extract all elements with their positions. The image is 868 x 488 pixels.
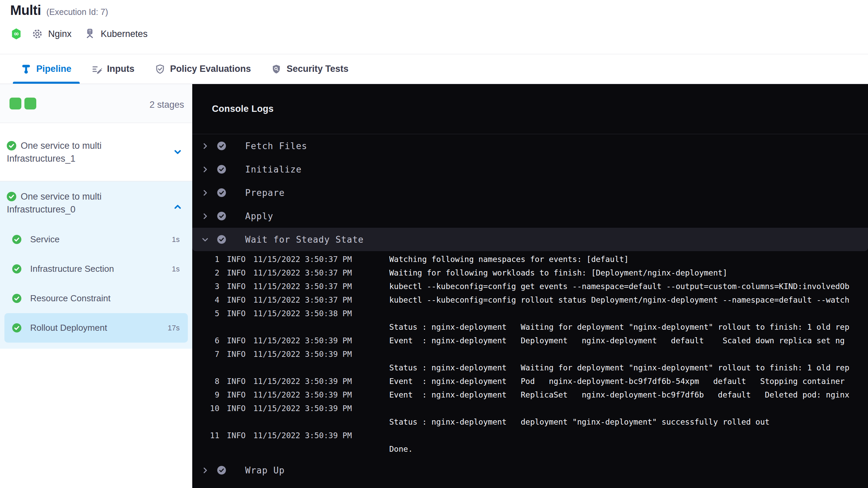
console-step-name: Fetch Files [245, 141, 307, 151]
log-line-number: 1 [192, 255, 219, 264]
log-line: 1INFO11/15/2022 3:50:37 PMWatching follo… [192, 252, 868, 266]
stage-name: One service to multi Infrastructures_0 [7, 190, 166, 216]
stage-row[interactable]: One service to multi Infrastructures_1 [0, 123, 192, 181]
console-header: Console Logs [192, 84, 868, 134]
step-name: Service [30, 234, 60, 245]
stage-list: One service to multi Infrastructures_1On… [0, 123, 192, 349]
console-step-initialize[interactable]: Initialize [192, 158, 868, 181]
chevron-down-icon[interactable] [173, 148, 182, 157]
pipeline-icon [21, 64, 31, 74]
log-message: kubectl --kubeconfig=config get events -… [389, 282, 868, 291]
log-timestamp: 11/15/2022 3:50:39 PM [253, 404, 389, 413]
tab-policy-evaluations[interactable]: Policy Evaluations [147, 54, 259, 84]
success-check-icon [12, 323, 21, 332]
chevron-right-icon[interactable] [201, 142, 209, 150]
console-step-wrap-up[interactable]: Wrap Up [192, 459, 868, 482]
success-check-icon [12, 235, 21, 244]
log-level: INFO [227, 404, 247, 413]
success-check-icon [7, 141, 16, 150]
log-timestamp: 11/15/2022 3:50:37 PM [253, 282, 389, 291]
success-check-badge-icon [217, 165, 226, 174]
chevron-up-icon[interactable] [173, 202, 182, 211]
log-message: Status : nginx-deployment deployment "ng… [389, 418, 868, 426]
log-line: 6INFO11/15/2022 3:50:39 PMEvent : nginx-… [192, 334, 868, 347]
log-timestamp: 11/15/2022 3:50:39 PM [253, 377, 389, 386]
stages-summary-strip: 2 stages [0, 84, 192, 123]
log-line-number: 9 [192, 390, 219, 399]
app: Multi (Execution Id: 7) ∞ Nginx Kubernet… [0, 0, 868, 488]
step-duration: 1s [172, 235, 180, 244]
log-level: INFO [227, 309, 247, 318]
pipeline-step-service[interactable]: Service1s [4, 225, 188, 254]
chevron-right-icon[interactable] [201, 165, 209, 174]
stage-row[interactable]: One service to multi Infrastructures_0 [0, 181, 192, 225]
success-check-badge-icon [217, 211, 226, 221]
log-line: 3INFO11/15/2022 3:50:37 PMkubectl --kube… [192, 280, 868, 293]
chevron-right-icon[interactable] [201, 466, 209, 474]
success-check-badge-icon [217, 466, 226, 475]
step-duration: 17s [168, 324, 180, 332]
gear-icon [31, 28, 43, 40]
tab-security-tests[interactable]: Security Tests [263, 54, 357, 84]
console-step-apply[interactable]: Apply [192, 204, 868, 228]
pipeline-step-rollout-deployment[interactable]: Rollout Deployment17s [4, 313, 188, 343]
tab-inputs[interactable]: Inputs [84, 54, 143, 84]
step-duration: 1s [172, 265, 180, 273]
log-level: INFO [227, 282, 247, 291]
log-line-number: 3 [192, 282, 219, 291]
log-level: INFO [227, 350, 247, 359]
log-level: INFO [227, 377, 247, 386]
console-step-wait-for-steady-state[interactable]: Wait for Steady State [192, 228, 868, 251]
log-line-number: 5 [192, 309, 219, 318]
step-name: Infrastructure Section [30, 264, 114, 274]
title-row: Multi (Execution Id: 7) [10, 3, 108, 18]
log-timestamp: 11/15/2022 3:50:39 PM [253, 431, 389, 440]
log-level: INFO [227, 390, 247, 399]
log-line: 5INFO11/15/2022 3:50:38 PM [192, 307, 868, 320]
step-name: Resource Constraint [30, 293, 111, 304]
log-line: Done. [192, 442, 868, 456]
environment-name[interactable]: Kubernetes [101, 29, 147, 39]
tab-label: Inputs [107, 64, 135, 74]
console-step-prepare[interactable]: Prepare [192, 181, 868, 204]
policy-shield-check-icon [155, 64, 165, 74]
console-step-name: Prepare [245, 188, 285, 198]
success-check-icon [7, 192, 16, 201]
log-timestamp: 11/15/2022 3:50:37 PM [253, 255, 389, 264]
log-message: Event : nginx-deployment ReplicaSet ngin… [389, 390, 868, 399]
stage-status-square [24, 98, 36, 109]
log-line-number: 2 [192, 268, 219, 277]
log-message: Status : nginx-deployment Waiting for de… [389, 323, 868, 331]
log-message: Watching following namespaces for events… [389, 255, 868, 264]
log-timestamp: 11/15/2022 3:50:37 PM [253, 296, 389, 304]
log-line-number: 7 [192, 350, 219, 359]
success-check-icon [12, 264, 21, 273]
svg-text:∞: ∞ [14, 30, 19, 38]
tab-label: Policy Evaluations [170, 64, 251, 74]
log-message: Waiting for following workloads to finis… [389, 268, 868, 277]
pipeline-step-resource-constraint[interactable]: Resource Constraint [4, 284, 188, 313]
log-line-number: 8 [192, 377, 219, 386]
chevron-down-icon[interactable] [201, 236, 209, 244]
stages-sidebar: 2 stages One service to multi Infrastruc… [0, 84, 192, 488]
pipeline-step-infrastructure-section[interactable]: Infrastructure Section1s [4, 254, 188, 284]
log-line-number: 10 [192, 404, 219, 413]
success-check-icon [12, 294, 21, 303]
stage-block-expanded: One service to multi Infrastructures_0Se… [0, 181, 192, 349]
log-output: 1INFO11/15/2022 3:50:37 PMWatching follo… [192, 251, 868, 459]
console-step-list: Fetch FilesInitializePrepareApplyWait fo… [192, 134, 868, 482]
tab-pipeline[interactable]: Pipeline [13, 54, 80, 84]
log-level: INFO [227, 296, 247, 304]
chevron-right-icon[interactable] [201, 189, 209, 197]
log-timestamp: 11/15/2022 3:50:38 PM [253, 309, 389, 318]
execution-id: (Execution Id: 7) [46, 7, 108, 17]
chevron-right-icon[interactable] [201, 212, 209, 220]
log-message: Status : nginx-deployment Waiting for de… [389, 363, 868, 372]
console-step-fetch-files[interactable]: Fetch Files [192, 134, 868, 158]
service-name[interactable]: Nginx [48, 29, 72, 39]
log-line: 9INFO11/15/2022 3:50:39 PMEvent : nginx-… [192, 388, 868, 402]
console-step-name: Apply [245, 211, 273, 221]
log-level: INFO [227, 336, 247, 345]
log-line: Status : nginx-deployment deployment "ng… [192, 415, 868, 429]
log-timestamp: 11/15/2022 3:50:39 PM [253, 390, 389, 399]
